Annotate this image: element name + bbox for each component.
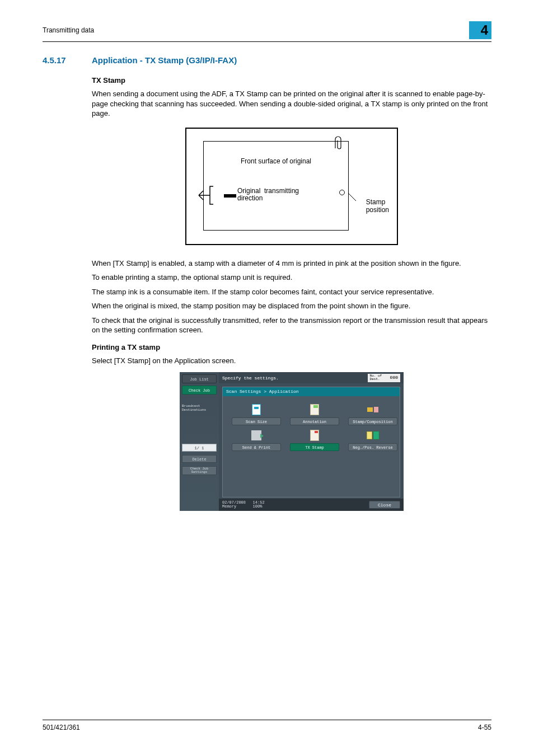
page-header: Transmitting data 4 <box>43 21 491 39</box>
no-of-dest-box: No. of Dest. 000 <box>368 374 400 382</box>
panel-topbar: Specify the settings. No. of Dest. 000 <box>219 372 404 383</box>
panel-main: Specify the settings. No. of Dest. 000 S… <box>219 372 404 511</box>
panel-sidebar: Job List Check Job Broadcast Destination… <box>180 372 219 511</box>
no-of-dest-value: 000 <box>390 375 398 380</box>
neg-pos-reverse-button[interactable]: Neg./Pos. Reverse <box>348 443 397 451</box>
no-of-dest-label: No. of Dest. <box>370 374 382 382</box>
check-job-button[interactable]: Check Job <box>182 386 217 395</box>
annotation-button[interactable]: Annotation <box>290 417 339 425</box>
figure-stamp-position: Front surface of original Original trans… <box>185 128 398 245</box>
original-outline: Front surface of original Original trans… <box>203 141 349 231</box>
chapter-number-box: 4 <box>469 21 491 39</box>
stamp-composition-cell: Stamp/Composition <box>348 403 397 425</box>
subheading-tx-stamp: TX Stamp <box>92 76 491 84</box>
stamp-composition-icon <box>366 403 380 416</box>
header-section-title: Transmitting data <box>43 26 94 34</box>
scan-size-cell: Scan Size <box>232 403 281 425</box>
tx-stamp-button[interactable]: TX Stamp <box>290 443 339 451</box>
panel-footer: 02/07/2008 14:52 Memory 100% Close <box>219 499 404 511</box>
header-rule <box>43 41 491 42</box>
stamp-composition-button[interactable]: Stamp/Composition <box>348 417 397 425</box>
device-panel-screenshot: Job List Check Job Broadcast Destination… <box>180 372 404 511</box>
paragraph: The stamp ink is a consumable item. If t… <box>92 287 491 297</box>
section-heading: 4.5.17 Application - TX Stamp (G3/IP/I-F… <box>43 55 491 65</box>
label-front-surface: Front surface of original <box>204 157 348 165</box>
job-list-button[interactable]: Job List <box>182 374 217 383</box>
section-title: Application - TX Stamp (G3/IP/I-FAX) <box>92 55 237 65</box>
footer-status: 02/07/2008 14:52 Memory 100% <box>222 501 265 509</box>
scan-size-button[interactable]: Scan Size <box>232 417 281 425</box>
close-button[interactable]: Close <box>369 501 400 509</box>
content-area: TX Stamp When sending a document using t… <box>92 76 491 511</box>
paragraph: To enable printing a stamp, the optional… <box>92 273 491 283</box>
annotation-icon <box>308 403 321 416</box>
page: Transmitting data 4 4.5.17 Application -… <box>0 0 534 756</box>
delete-button[interactable]: Delete <box>182 455 217 463</box>
footer-right: 4-55 <box>478 724 491 731</box>
tx-stamp-icon <box>308 429 321 442</box>
label-direction: Original transmitting direction <box>237 187 299 203</box>
scan-size-icon <box>250 403 263 416</box>
send-print-cell: Send & Print <box>232 429 281 451</box>
send-print-button[interactable]: Send & Print <box>232 443 281 451</box>
panel-frame: Scan Settings > Application Scan Size An… <box>222 387 400 497</box>
page-footer: 501/421/361 4-55 <box>43 720 491 731</box>
send-print-icon <box>250 429 263 442</box>
direction-bar-icon <box>224 194 236 198</box>
check-job-settings-button[interactable]: Check Job Settings <box>182 466 217 475</box>
paragraph: When the original is mixed, the stamp po… <box>92 301 491 311</box>
footer-left: 501/421/361 <box>43 724 80 731</box>
subheading-printing-tx-stamp: Printing a TX stamp <box>92 343 491 351</box>
paragraph: Select [TX Stamp] on the Application scr… <box>92 356 491 366</box>
stamp-leader-line <box>347 189 360 202</box>
breadcrumb: Scan Settings > Application <box>223 387 400 396</box>
label-stamp-position: Stamp position <box>366 198 389 214</box>
page-indicator: 1/ 1 <box>182 444 217 452</box>
neg-pos-reverse-cell: Neg./Pos. Reverse <box>348 429 397 451</box>
stamp-dot-icon <box>339 190 345 195</box>
paper-clip-icon <box>334 136 343 151</box>
annotation-cell: Annotation <box>290 403 339 425</box>
chapter-number: 4 <box>481 22 488 38</box>
paragraph: To check that the original is successful… <box>92 316 491 335</box>
transmit-arrow-icon <box>195 184 214 206</box>
tx-stamp-cell: TX Stamp <box>290 429 339 451</box>
paragraph: When [TX Stamp] is enabled, a stamp with… <box>92 259 491 269</box>
application-grid: Scan Size Annotation Stamp/Composition <box>223 396 400 451</box>
section-number: 4.5.17 <box>43 55 92 65</box>
paragraph: When sending a document using the ADF, a… <box>92 89 491 119</box>
neg-pos-reverse-icon <box>366 429 380 442</box>
broadcast-destinations-label: Broadcast Destinations <box>182 405 217 412</box>
specify-settings-label: Specify the settings. <box>222 375 279 381</box>
